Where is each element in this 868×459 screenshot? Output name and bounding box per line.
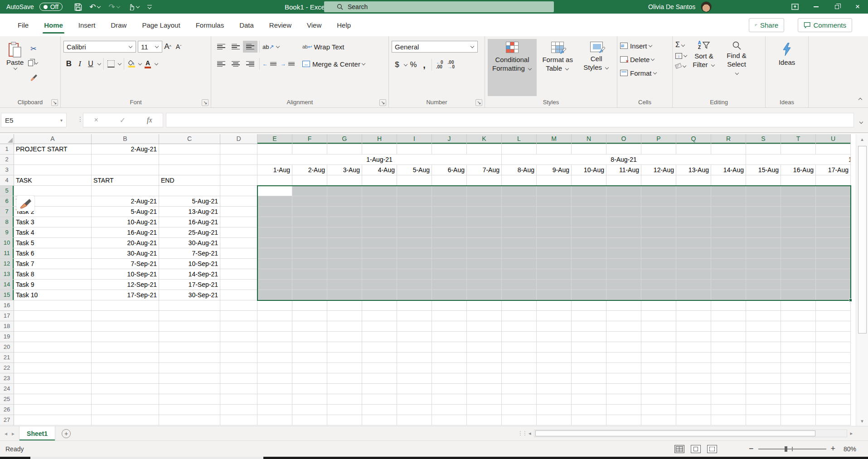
row-header-22[interactable]: 22 <box>0 363 14 373</box>
cell-M23[interactable] <box>537 373 572 384</box>
cell-S16[interactable] <box>746 300 781 311</box>
cell-L12[interactable] <box>502 259 537 269</box>
cell-K11[interactable] <box>467 248 502 259</box>
cell-G26[interactable] <box>327 405 362 415</box>
cell-O9[interactable] <box>606 227 641 238</box>
cell-H11[interactable] <box>362 248 397 259</box>
cell-M11[interactable] <box>537 248 572 259</box>
cell-R19[interactable] <box>711 332 746 342</box>
cell-G6[interactable] <box>327 196 362 207</box>
cell-E10[interactable] <box>257 238 292 248</box>
cell-G15[interactable] <box>327 290 362 300</box>
ribbon-tab-page-layout[interactable]: Page Layout <box>134 18 188 33</box>
zoom-in-button[interactable]: + <box>831 444 836 454</box>
cell-P26[interactable] <box>641 405 676 415</box>
cell-F20[interactable] <box>292 342 327 353</box>
column-header-L[interactable]: L <box>502 134 537 144</box>
decrease-decimal-button[interactable]: .00→0 <box>448 60 455 69</box>
cell-O8[interactable] <box>606 217 641 227</box>
cell-R1[interactable] <box>711 144 746 155</box>
cell-R7[interactable] <box>711 207 746 217</box>
cell-G14[interactable] <box>327 280 362 290</box>
row-header-26[interactable]: 26 <box>0 405 14 415</box>
cell-O1[interactable] <box>606 144 641 155</box>
cell-B20[interactable] <box>92 342 159 353</box>
cell-S21[interactable] <box>746 353 781 363</box>
cell-E7[interactable] <box>257 207 292 217</box>
cell-C7[interactable]: 13-Aug-21 <box>159 207 220 217</box>
decrease-font-button[interactable]: Aˇ <box>173 41 184 53</box>
cell-I13[interactable] <box>397 269 432 280</box>
cell-C24[interactable] <box>159 384 220 394</box>
cell-F1[interactable] <box>292 144 327 155</box>
cell-D17[interactable] <box>220 311 257 321</box>
cell-T24[interactable] <box>781 384 816 394</box>
autosave-toggle[interactable]: Off <box>39 3 63 11</box>
cell-P17[interactable] <box>641 311 676 321</box>
align-middle-button[interactable] <box>228 41 243 53</box>
cell-T8[interactable] <box>781 217 816 227</box>
cell-E14[interactable] <box>257 280 292 290</box>
cell-L14[interactable] <box>502 280 537 290</box>
column-header-J[interactable]: J <box>432 134 467 144</box>
bold-button[interactable]: B <box>63 58 74 70</box>
cell-E16[interactable] <box>257 300 292 311</box>
cell-K25[interactable] <box>467 394 502 405</box>
cell-T23[interactable] <box>781 373 816 384</box>
cell-I17[interactable] <box>397 311 432 321</box>
cell-U4[interactable] <box>816 175 851 186</box>
cell-H12[interactable] <box>362 259 397 269</box>
touch-mouse-mode-button[interactable] <box>128 3 140 10</box>
cell-T13[interactable] <box>781 269 816 280</box>
column-header-A[interactable]: A <box>14 134 92 144</box>
cell-R17[interactable] <box>711 311 746 321</box>
ribbon-tab-draw[interactable]: Draw <box>103 18 134 33</box>
cell-F12[interactable] <box>292 259 327 269</box>
cell-I3[interactable]: 5-Aug <box>397 165 432 175</box>
cell-E3[interactable]: 1-Aug <box>257 165 292 175</box>
cell-T11[interactable] <box>781 248 816 259</box>
cell-F13[interactable] <box>292 269 327 280</box>
cell-A23[interactable] <box>14 373 92 384</box>
cell-C26[interactable] <box>159 405 220 415</box>
row-header-3[interactable]: 3 <box>0 165 14 175</box>
cell-I10[interactable] <box>397 238 432 248</box>
orientation-button[interactable]: ab↗ <box>262 41 275 53</box>
zoom-slider-thumb[interactable] <box>785 446 787 452</box>
cell-L19[interactable] <box>502 332 537 342</box>
cell-T25[interactable] <box>781 394 816 405</box>
column-header-P[interactable]: P <box>641 134 676 144</box>
cell-U5[interactable] <box>816 186 851 196</box>
cell-F19[interactable] <box>292 332 327 342</box>
cell-T6[interactable] <box>781 196 816 207</box>
cell-G18[interactable] <box>327 321 362 332</box>
cell-D18[interactable] <box>220 321 257 332</box>
cell-O18[interactable] <box>606 321 641 332</box>
comments-button[interactable]: Comments <box>798 18 852 32</box>
cell-B14[interactable]: 12-Sep-21 <box>92 280 159 290</box>
scroll-right-arrow[interactable]: ▸ <box>847 430 855 436</box>
cell-E25[interactable] <box>257 394 292 405</box>
ribbon-tab-data[interactable]: Data <box>232 18 262 33</box>
cell-N17[interactable] <box>572 311 606 321</box>
copy-button[interactable] <box>27 57 39 69</box>
cell-M6[interactable] <box>537 196 572 207</box>
merge-center-button[interactable]: ↔ Merge & Center <box>302 56 366 72</box>
cell-S20[interactable] <box>746 342 781 353</box>
zoom-level[interactable]: 80% <box>840 445 856 453</box>
increase-decimal-button[interactable]: ←0.00 <box>436 60 443 69</box>
cell-A5[interactable] <box>14 186 92 196</box>
cell-H14[interactable] <box>362 280 397 290</box>
cell-G22[interactable] <box>327 363 362 373</box>
cell-U14[interactable] <box>816 280 851 290</box>
cell-S3[interactable]: 15-Aug <box>746 165 781 175</box>
cell-M26[interactable] <box>537 405 572 415</box>
save-button[interactable] <box>74 3 82 11</box>
cell-G27[interactable] <box>327 415 362 425</box>
cell-C14[interactable]: 17-Sep-21 <box>159 280 220 290</box>
cell-G23[interactable] <box>327 373 362 384</box>
cell-O26[interactable] <box>606 405 641 415</box>
cell-I14[interactable] <box>397 280 432 290</box>
cell-C2[interactable] <box>159 155 220 165</box>
row-header-13[interactable]: 13 <box>0 269 14 280</box>
